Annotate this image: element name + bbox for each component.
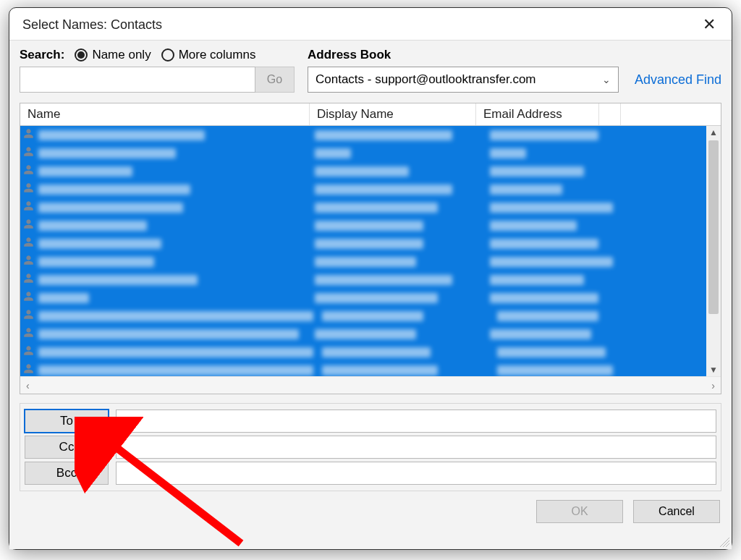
grid-header: Name Display Name Email Address <box>20 103 721 126</box>
table-row[interactable] <box>20 198 706 216</box>
bcc-input[interactable] <box>116 462 716 485</box>
person-icon <box>23 273 34 287</box>
radio-name-only-label: Name only <box>92 48 151 62</box>
advanced-find-link[interactable]: Advanced Find <box>635 72 721 88</box>
person-icon <box>23 237 34 250</box>
radio-dot-icon <box>75 48 88 61</box>
cc-button[interactable]: Cc <box>25 436 109 459</box>
scroll-thumb[interactable] <box>708 140 719 314</box>
col-header-email[interactable]: Email Address <box>476 103 599 125</box>
address-book-select[interactable]: Contacts - support@outlooktransfer.com ⌄ <box>308 67 619 93</box>
person-icon <box>23 309 34 323</box>
person-icon <box>23 200 34 214</box>
grid-rows[interactable] <box>20 126 706 376</box>
person-icon <box>23 327 34 341</box>
close-icon[interactable]: ✕ <box>697 14 721 35</box>
cancel-button[interactable]: Cancel <box>633 500 720 523</box>
radio-more-columns[interactable]: More columns <box>161 48 256 62</box>
table-row[interactable] <box>20 180 706 198</box>
scroll-down-icon[interactable]: ▼ <box>709 363 718 376</box>
bcc-button[interactable]: Bcc <box>25 462 109 485</box>
person-icon <box>23 219 34 232</box>
table-row[interactable] <box>20 253 706 271</box>
radio-dot-icon <box>161 48 174 61</box>
address-book-selected: Contacts - support@outlooktransfer.com <box>316 72 536 87</box>
cc-input[interactable] <box>116 436 716 459</box>
table-row[interactable] <box>20 216 706 234</box>
scroll-right-icon[interactable]: › <box>711 380 715 391</box>
person-icon <box>23 164 34 178</box>
table-row[interactable] <box>20 271 706 289</box>
table-row[interactable] <box>20 162 706 180</box>
person-icon <box>23 128 34 142</box>
recipients-panel: To Cc Bcc <box>20 403 721 491</box>
search-input[interactable] <box>20 67 255 93</box>
person-icon <box>23 345 34 359</box>
dialog-content: Search: Name only More columns Go A <box>9 40 732 549</box>
table-row[interactable] <box>20 343 706 361</box>
person-icon <box>23 146 34 160</box>
person-icon <box>23 182 34 196</box>
table-row[interactable] <box>20 234 706 253</box>
scroll-left-icon[interactable]: ‹ <box>26 380 30 391</box>
col-header-spacer <box>599 103 621 125</box>
scroll-up-icon[interactable]: ▲ <box>709 126 718 139</box>
titlebar: Select Names: Contacts ✕ <box>9 8 732 40</box>
col-header-display[interactable]: Display Name <box>310 103 476 125</box>
table-row[interactable] <box>20 144 706 162</box>
ok-button[interactable]: OK <box>536 500 623 523</box>
table-row[interactable] <box>20 325 706 343</box>
person-icon <box>23 255 34 268</box>
window-title: Select Names: Contacts <box>22 17 162 33</box>
radio-name-only[interactable]: Name only <box>75 48 151 62</box>
go-button[interactable]: Go <box>255 67 295 93</box>
resize-grip-icon[interactable] <box>719 537 729 547</box>
table-row[interactable] <box>20 307 706 325</box>
address-book-label: Address Book <box>308 48 721 62</box>
select-names-dialog: Select Names: Contacts ✕ Search: Name on… <box>9 7 732 550</box>
to-button[interactable]: To <box>25 410 109 433</box>
person-icon <box>23 363 34 376</box>
to-input[interactable] <box>116 410 716 433</box>
contacts-grid: Name Display Name Email Address ▲ ▼ ‹ › <box>20 103 721 394</box>
horizontal-scrollbar[interactable]: ‹ › <box>20 376 721 394</box>
col-header-spacer <box>621 103 721 125</box>
table-row[interactable] <box>20 126 706 144</box>
radio-more-columns-label: More columns <box>179 48 256 62</box>
table-row[interactable] <box>20 289 706 307</box>
dialog-footer: OK Cancel <box>20 500 721 523</box>
col-header-name[interactable]: Name <box>20 103 310 125</box>
search-label: Search: <box>20 48 64 62</box>
chevron-down-icon: ⌄ <box>602 74 611 85</box>
person-icon <box>23 291 34 305</box>
table-row[interactable] <box>20 361 706 376</box>
vertical-scrollbar[interactable]: ▲ ▼ <box>706 126 721 376</box>
